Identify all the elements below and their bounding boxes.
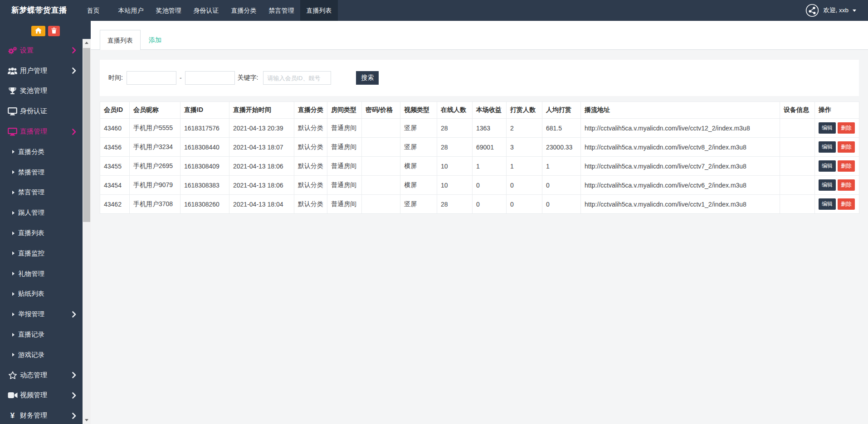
sidebar-subitem-11[interactable]: 礼物管理 — [0, 264, 83, 284]
edit-button[interactable]: 编辑 — [819, 179, 836, 191]
keyword-label: 关键字: — [238, 74, 258, 82]
nav-item-5[interactable]: 禁言管理 — [263, 0, 300, 21]
search-button[interactable]: 搜索 — [356, 71, 379, 85]
sidebar-subitem-6[interactable]: 禁播管理 — [0, 162, 83, 183]
edit-button[interactable]: 编辑 — [819, 198, 836, 210]
table-cell: 普通房间 — [327, 176, 362, 195]
gears-icon — [6, 46, 19, 55]
actions-cell: 编辑删除 — [815, 138, 859, 157]
menu-label: 禁播管理 — [18, 168, 44, 177]
column-header-6: 密码/价格 — [362, 102, 400, 119]
keyword-input[interactable] — [263, 71, 331, 85]
filter-bar: 时间: - 关键字: 搜索 — [100, 60, 859, 96]
table-cell: 手机用户3708 — [130, 195, 180, 214]
sidebar-subitem-10[interactable]: 直播监控 — [0, 243, 83, 264]
sidebar-item-3[interactable]: 身份认证 — [0, 101, 83, 121]
sidebar-subitem-13[interactable]: 举报管理 — [0, 304, 83, 324]
time-from-input[interactable] — [127, 71, 176, 85]
table-cell: http://cctvalih5ca.v.myalicdn.com/live/c… — [581, 138, 780, 157]
nav-item-0[interactable]: 首页 — [74, 0, 112, 21]
menu-label: 用户管理 — [20, 67, 47, 75]
sidebar-item-0[interactable]: 设置 — [0, 40, 83, 61]
edit-button[interactable]: 编辑 — [819, 141, 836, 153]
trash-button[interactable] — [48, 26, 60, 36]
yen-icon: ¥ — [6, 411, 19, 420]
sidebar-subitem-9[interactable]: 直播列表 — [0, 223, 83, 243]
table-cell: 1618308409 — [180, 157, 229, 176]
scroll-up-button[interactable] — [83, 39, 91, 47]
sidebar-item-18[interactable]: ¥财务管理 — [0, 405, 83, 424]
delete-button[interactable]: 删除 — [838, 160, 855, 172]
nav-item-6[interactable]: 直播列表 — [300, 0, 338, 21]
edit-button[interactable]: 编辑 — [819, 160, 836, 172]
brand-title[interactable]: 新梦蝶带货直播 — [0, 0, 74, 21]
sidebar-item-2[interactable]: 奖池管理 — [0, 81, 83, 101]
table-cell: http://cctvalih5ca.v.myalicdn.com/live/c… — [581, 157, 780, 176]
sidebar-item-17[interactable]: 视频管理 — [0, 385, 83, 406]
menu-label: 直播分类 — [18, 148, 44, 156]
table-cell: 1363 — [473, 119, 507, 138]
live-list-table: 会员ID会员昵称直播ID直播开始时间直播分类房间类型密码/价格视频类型在线人数本… — [100, 101, 859, 214]
nav-item-1[interactable]: 本站用户 — [112, 0, 150, 21]
table-cell: 0 — [507, 195, 542, 214]
table-row: 43454手机用户907916183083832021-04-13 18:06默… — [100, 176, 859, 195]
menu-label: 贴纸列表 — [18, 289, 44, 298]
table-body: 43460手机用户555516183175762021-04-13 20:39默… — [100, 119, 859, 214]
tab-1[interactable]: 添加 — [142, 30, 168, 50]
delete-button[interactable]: 删除 — [838, 179, 855, 191]
submenu-arrow-icon — [12, 313, 15, 316]
table-cell: 2021-04-13 18:07 — [229, 138, 294, 157]
table-cell: 28 — [437, 195, 473, 214]
edit-button[interactable]: 编辑 — [819, 122, 836, 134]
table-cell: 默认分类 — [294, 157, 327, 176]
tab-0[interactable]: 直播列表 — [100, 30, 141, 50]
nav-item-2[interactable]: 奖池管理 — [150, 0, 187, 21]
column-header-14: 操作 — [815, 102, 859, 119]
star-icon — [6, 371, 19, 380]
sidebar-subitem-7[interactable]: 禁言管理 — [0, 183, 83, 203]
sidebar-subitem-5[interactable]: 直播分类 — [0, 142, 83, 162]
submenu-arrow-icon — [12, 251, 15, 255]
table-cell: 竖屏 — [400, 119, 437, 138]
nav-item-3[interactable]: 身份认证 — [187, 0, 225, 21]
sidebar-subitem-12[interactable]: 贴纸列表 — [0, 284, 83, 304]
submenu-arrow-icon — [12, 353, 15, 357]
table-cell: 普通房间 — [327, 195, 362, 214]
submenu-arrow-icon — [12, 191, 15, 194]
sidebar-item-16[interactable]: 动态管理 — [0, 365, 83, 385]
table-cell: 手机用户2695 — [130, 157, 180, 176]
sidebar-item-4[interactable]: 直播管理 — [0, 121, 83, 142]
menu-label: 游戏记录 — [18, 351, 44, 359]
column-header-2: 直播ID — [180, 102, 229, 119]
caret-down-icon[interactable] — [853, 10, 856, 12]
time-to-input[interactable] — [185, 71, 235, 85]
welcome-text[interactable]: 欢迎, xxb — [823, 6, 848, 14]
delete-button[interactable]: 删除 — [838, 122, 855, 134]
chevron-right-icon — [72, 311, 76, 318]
column-header-7: 视频类型 — [400, 102, 437, 119]
table-cell: 1618308260 — [180, 195, 229, 214]
sidebar-subitem-8[interactable]: 踢人管理 — [0, 202, 83, 223]
delete-button[interactable]: 删除 — [838, 141, 855, 153]
monitor-icon — [6, 107, 19, 116]
table-cell: 2021-04-13 18:06 — [229, 157, 294, 176]
scroll-down-button[interactable] — [83, 416, 91, 424]
sidebar-item-1[interactable]: 用户管理 — [0, 61, 83, 81]
menu-label: 直播列表 — [18, 229, 44, 237]
sidebar-action-buttons — [0, 21, 91, 40]
scrollbar-thumb[interactable] — [83, 48, 90, 222]
nav-item-4[interactable]: 直播分类 — [225, 0, 263, 21]
home-button[interactable] — [31, 26, 45, 36]
menu-label: 财务管理 — [20, 411, 47, 420]
share-network-icon[interactable] — [805, 4, 819, 17]
table-cell: 43462 — [100, 195, 130, 214]
table-cell: 2021-04-13 18:06 — [229, 176, 294, 195]
sidebar-subitem-14[interactable]: 直播记录 — [0, 324, 83, 345]
table-cell: 10 — [437, 157, 473, 176]
delete-button[interactable]: 删除 — [838, 198, 855, 210]
sidebar-subitem-15[interactable]: 游戏记录 — [0, 345, 83, 365]
table-cell: 43456 — [100, 138, 130, 157]
menu-label: 奖池管理 — [20, 87, 47, 95]
chevron-right-icon — [72, 67, 76, 74]
actions-cell: 编辑删除 — [815, 195, 859, 214]
